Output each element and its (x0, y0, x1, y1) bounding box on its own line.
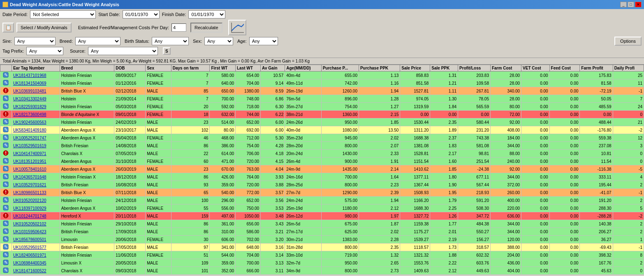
cell-profit-loss: 98.81 (458, 150, 491, 158)
row-icon-cell[interactable]: ✎ (0, 181, 12, 189)
row-icon-cell[interactable]: ✎ (0, 220, 12, 228)
cell-av-gain: 4.18 (261, 150, 285, 158)
row-icon-cell[interactable]: ! (0, 275, 12, 275)
svg-text:✎: ✎ (4, 174, 8, 179)
row-icon-cell[interactable]: ✎ (0, 103, 12, 111)
col-days[interactable]: Days on farm (171, 65, 210, 72)
col-vet-cost[interactable]: VET Cost (521, 65, 550, 72)
chart-button[interactable] (228, 20, 246, 35)
row-icon-cell[interactable]: ✎ (0, 236, 12, 244)
cell-purchase-p: 675.00 (321, 220, 359, 228)
recalculate-button[interactable]: Recalculate (190, 23, 222, 32)
row-icon-cell[interactable]: ✎ (0, 204, 12, 212)
cell-feed-cost: 0.00 (549, 275, 580, 275)
s-button[interactable]: S (163, 47, 171, 55)
minimize-button[interactable]: _ (620, 2, 627, 7)
col-last-wt[interactable]: Last WT (236, 65, 261, 72)
cell-last-wt: 750.00 (236, 204, 261, 212)
row-icon-cell[interactable]: ✎ (0, 134, 12, 142)
col-breed[interactable]: Breed (60, 65, 114, 72)
table-container[interactable]: Ear Tag Number Breed DOB Sex Days on far… (0, 65, 644, 275)
breed-select[interactable]: Any (75, 37, 120, 45)
row-icon-cell[interactable]: ✎ (0, 142, 12, 150)
row-icon-cell[interactable]: ✎ (0, 251, 12, 259)
row-icon-cell[interactable]: ✎ (0, 197, 12, 204)
cell-farm-cost: 92.00 (490, 165, 521, 173)
row-icon-cell[interactable]: ! (0, 189, 12, 197)
row-icon-cell[interactable]: ! (0, 150, 12, 158)
row-icon-cell[interactable]: ✎ (0, 79, 12, 87)
cell-age: 34m-9d (285, 267, 321, 275)
row-icon-cell[interactable]: ✎ (0, 259, 12, 267)
cell-farm-cost: 240.00 (490, 158, 521, 165)
col-dob[interactable]: DOB (114, 65, 146, 72)
cell-daily-profit: 1 (613, 236, 644, 244)
cell-sale-price: 1159.38 (400, 220, 430, 228)
cell-profit-loss: 218.93 (458, 189, 491, 197)
icon-btn-small[interactable]: 📋 (2, 23, 14, 32)
row-icon-cell[interactable]: ✎ (0, 158, 12, 165)
cell-sale-price: 1508.93 (400, 189, 430, 197)
cell-purchase-ppk: 2.02 (359, 228, 400, 236)
birth-status-select[interactable]: Any (152, 37, 189, 45)
col-farm-cost[interactable]: Farm Cost (490, 65, 521, 72)
row-icon-cell[interactable]: ✎ (0, 228, 12, 236)
col-profit-loss[interactable]: Profit/Loss (458, 65, 491, 72)
options-button[interactable]: Options (614, 37, 642, 46)
cell-av-gain: 8.59 (261, 87, 285, 95)
source-select[interactable]: Any (88, 47, 158, 55)
table-row: ✎UK182406501971Holstein Friesian11/06/20… (0, 251, 644, 259)
cell-av-gain: 4.04 (261, 165, 285, 173)
close-button[interactable]: ✕ (635, 2, 642, 7)
col-purchase-p[interactable]: Purchase P... (321, 65, 359, 72)
col-farm-profit[interactable]: Farm Profit (580, 65, 613, 72)
col-sale-ppk[interactable]: Sale PPK (430, 65, 458, 72)
sex-select[interactable]: Any (204, 37, 233, 45)
age-select[interactable]: Any (249, 37, 278, 45)
col-ear-tag[interactable]: Ear Tag Number (12, 65, 60, 72)
table-row: ✎UK100525201747Aberdeen Angus X05/04/201… (0, 134, 644, 142)
col-daily-profit[interactable]: Daily Profi (613, 65, 644, 72)
cell-sale-price: 1381.08 (400, 142, 430, 150)
cell-daily-profit: 0 (613, 150, 644, 158)
cell-days: 101 (171, 267, 210, 275)
cell-vet-cost: 0.00 (521, 150, 550, 158)
sire-select[interactable]: Any (14, 37, 56, 45)
feed-cost-input[interactable] (171, 23, 186, 32)
select-modify-button[interactable]: Select / Modify Animals (16, 23, 72, 32)
cell-daily-profit: 0 (613, 111, 644, 118)
cell-age: 26m-5d (285, 220, 321, 228)
cell-breed: Holstein (60, 95, 114, 103)
row-icon-cell[interactable]: ✎ (0, 244, 12, 251)
cell-feed-cost: 0.00 (549, 197, 580, 204)
start-date-select[interactable]: 01/01/1970 (123, 10, 160, 19)
col-sale-price[interactable]: Sale Price (400, 65, 430, 72)
maximize-button[interactable]: □ (628, 2, 634, 7)
cell-purchase-ppk: 2.65 (359, 259, 400, 267)
col-sex[interactable]: Sex (146, 65, 171, 72)
finish-date-select[interactable]: 01/01/1970 (188, 10, 225, 19)
col-purchase-ppk[interactable]: Purchase PPK (359, 65, 400, 72)
col-first-wt[interactable]: First WT (210, 65, 236, 72)
cell-av-gain: 3.14 (261, 251, 285, 259)
row-icon-cell[interactable]: ✎ (0, 95, 12, 103)
col-age[interactable]: Age(MM/DD) (285, 65, 321, 72)
row-icon-cell[interactable]: ! (0, 212, 12, 220)
row-icon-cell[interactable]: ! (0, 111, 12, 118)
cell-age: 40m-4d (285, 72, 321, 79)
cell-first-wt: 650.00 (210, 87, 236, 95)
row-icon-cell[interactable]: ✎ (0, 72, 12, 79)
col-feed-cost[interactable]: Feed Cost (549, 65, 580, 72)
date-period-select[interactable]: Not Selected (30, 10, 96, 19)
row-icon-cell[interactable]: ! (0, 87, 12, 95)
col-av-gain[interactable]: Av Gain (261, 65, 285, 72)
cell-last-wt: 748.00 (236, 95, 261, 103)
cell-ear-tag: UK103529501577 (12, 244, 60, 251)
row-icon-cell[interactable]: ✎ (0, 267, 12, 275)
tag-prefix-select[interactable]: Any (26, 47, 63, 55)
row-icon-cell[interactable]: ✎ (0, 165, 12, 173)
row-icon-cell[interactable]: ✎ (0, 126, 12, 134)
row-icon-cell[interactable]: ✎ (0, 173, 12, 181)
row-icon-cell[interactable]: ✎ (0, 118, 12, 126)
cell-first-wt: 296.00 (210, 197, 236, 204)
